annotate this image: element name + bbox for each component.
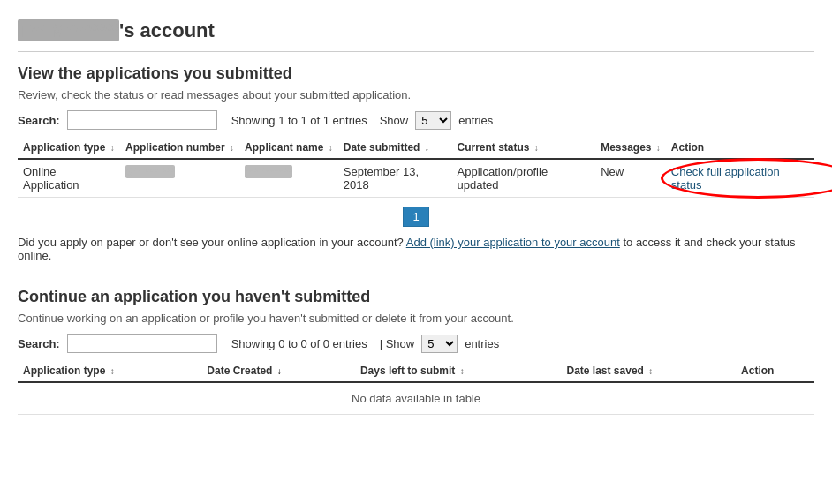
sort-icon-current-status: ↕ [534, 143, 539, 153]
unsubmitted-section-desc: Continue working on an application or pr… [18, 312, 814, 325]
submitted-table: Application type ↕ Application number ↕ … [18, 137, 814, 198]
submitted-section: View the applications you submitted Revi… [18, 64, 814, 262]
col-messages[interactable]: Messages ↕ [595, 137, 666, 159]
action-oval-container: Check full application status [671, 165, 809, 192]
unsubmitted-section: Continue an application you haven't subm… [18, 288, 814, 415]
section-divider [18, 275, 814, 275]
cell-application-type: Online Application [18, 159, 120, 198]
col-action: Action [666, 137, 814, 159]
unsubmitted-table-header-row: Application type ↕ Date Created ↓ Days l… [18, 360, 814, 382]
sort-icon-application-type: ↕ [110, 143, 115, 153]
submitted-table-wrapper: Application type ↕ Application number ↕ … [18, 137, 814, 198]
col-applicant-name[interactable]: Applicant name ↕ [239, 137, 338, 159]
account-title-prefix: T** M******* [18, 19, 119, 41]
submitted-section-title: View the applications you submitted [18, 64, 814, 83]
cell-messages: New [595, 159, 666, 198]
sort-icon-messages: ↕ [656, 143, 661, 153]
page-1-button[interactable]: 1 [403, 207, 428, 227]
cell-application-number: S** *** *** [120, 159, 239, 198]
usort-icon-date-created: ↓ [277, 366, 282, 376]
cell-date-submitted: September 13, 2018 [338, 159, 452, 198]
submitted-section-desc: Review, check the status or read message… [18, 88, 814, 102]
unsubmitted-search-input[interactable] [67, 334, 217, 353]
page-container: T** M*******'s account View the applicat… [0, 0, 832, 433]
unsubmitted-showing-text: Showing 0 to 0 of 0 entries [231, 337, 367, 350]
col-date-submitted[interactable]: Date submitted ↓ [338, 137, 452, 159]
usort-icon-application-type: ↕ [110, 366, 115, 376]
table-row: Online Application S** *** *** *** *****… [18, 159, 814, 198]
ucol-days-left[interactable]: Days left to submit ↕ [355, 360, 562, 382]
submitted-show-label: Show [380, 114, 409, 127]
cell-applicant-name: *** ******* [239, 159, 338, 198]
cell-action: Check full application status [666, 159, 814, 198]
unsubmitted-show-select[interactable]: 5 10 25 50 [421, 335, 458, 353]
sort-icon-application-number: ↕ [230, 143, 234, 153]
col-application-number[interactable]: Application number ↕ [120, 137, 239, 159]
pagination: 1 [18, 207, 814, 227]
usort-icon-date-last-saved: ↕ [648, 366, 653, 376]
submitted-entries-label: entries [458, 114, 493, 127]
submitted-show-select[interactable]: 5 10 25 50 [415, 111, 451, 130]
add-link-anchor[interactable]: Add (link) your application to your acco… [406, 236, 620, 249]
submitted-search-label: Search: [18, 114, 60, 127]
ucol-date-last-saved[interactable]: Date last saved ↕ [562, 360, 737, 382]
usort-icon-days-left: ↕ [460, 366, 465, 376]
unsubmitted-search-bar: Search: Showing 0 to 0 of 0 entries | Sh… [18, 334, 814, 353]
ucol-date-created[interactable]: Date Created ↓ [201, 360, 355, 382]
col-current-status[interactable]: Current status ↕ [452, 137, 596, 159]
sort-icon-date-submitted: ↓ [425, 143, 429, 153]
unsubmitted-search-label: Search: [18, 337, 60, 350]
ucol-application-type[interactable]: Application type ↕ [18, 360, 201, 382]
check-full-status-link[interactable]: Check full application status [671, 165, 780, 192]
unsubmitted-entries-label: entries [465, 337, 499, 350]
no-data-cell: No data available in table [18, 382, 814, 415]
unsubmitted-section-title: Continue an application you haven't subm… [18, 288, 814, 306]
submitted-search-bar: Search: Showing 1 to 1 of 1 entries Show… [18, 110, 814, 130]
unsubmitted-show-label: | Show [380, 337, 415, 350]
account-title-suffix: 's account [119, 19, 215, 41]
add-link-prefix: Did you apply on paper or don't see your… [18, 236, 404, 249]
submitted-table-header-row: Application type ↕ Application number ↕ … [18, 137, 814, 159]
add-link-text: Did you apply on paper or don't see your… [18, 236, 814, 262]
unsubmitted-no-data-row: No data available in table [18, 382, 814, 415]
ucol-action: Action [736, 360, 814, 382]
sort-icon-applicant-name: ↕ [329, 143, 333, 153]
submitted-showing-text: Showing 1 to 1 of 1 entries [231, 114, 367, 127]
submitted-search-input[interactable] [67, 110, 217, 130]
col-application-type[interactable]: Application type ↕ [18, 137, 120, 159]
account-title: T** M*******'s account [18, 9, 814, 52]
cell-current-status: Application/profile updated [452, 159, 596, 198]
unsubmitted-table: Application type ↕ Date Created ↓ Days l… [18, 360, 814, 415]
